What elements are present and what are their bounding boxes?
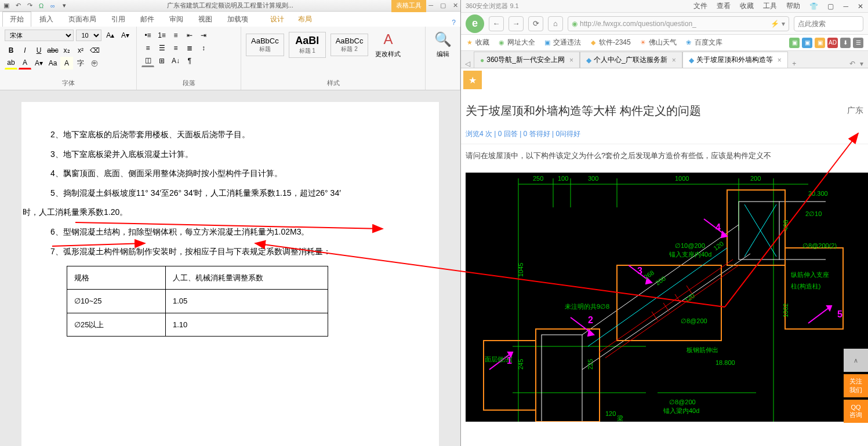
tab-close-icon[interactable]: × bbox=[569, 56, 573, 64]
show-marks-button[interactable]: ¶ bbox=[183, 54, 196, 67]
indent-button[interactable]: ⇥ bbox=[197, 29, 210, 42]
bookmark-item[interactable]: ❀百度文库 bbox=[685, 38, 722, 47]
browser-logo-icon[interactable]: e bbox=[466, 14, 484, 33]
redo-icon[interactable]: ↷ bbox=[26, 2, 34, 10]
undo-icon[interactable]: ↶ bbox=[14, 2, 22, 10]
infinity-icon[interactable]: ∞ bbox=[49, 2, 57, 10]
document-area[interactable]: 2、地下室底板的后浇带套用楼板、天面板后浇带子目。 3、地下室底板梁并入底板混凝… bbox=[0, 90, 460, 446]
minimize-icon[interactable]: ─ bbox=[428, 2, 433, 9]
ext-icon[interactable]: ▣ bbox=[815, 38, 825, 48]
scroll-top-button[interactable]: ∧ bbox=[844, 349, 868, 372]
change-styles-button[interactable]: A 更改样式 bbox=[373, 29, 403, 61]
ext-icon[interactable]: ⬇ bbox=[840, 38, 851, 48]
tab-tablelayout[interactable]: 布局 bbox=[291, 12, 319, 27]
char-shading-button[interactable]: A▾ bbox=[32, 57, 45, 70]
tab-references[interactable]: 引用 bbox=[104, 12, 132, 27]
ext-icon[interactable]: AD bbox=[827, 38, 838, 48]
new-tab-button[interactable]: + bbox=[788, 60, 801, 68]
outdent-button[interactable]: ⇤ bbox=[183, 29, 196, 42]
browser-tab[interactable]: ◆关于坡屋顶和外墙构造等× bbox=[682, 52, 788, 68]
tab-home[interactable]: 开始 bbox=[2, 12, 31, 27]
ext-icon[interactable]: ▣ bbox=[789, 38, 800, 48]
back-button[interactable]: ← bbox=[489, 16, 504, 31]
highlight-button[interactable]: ab bbox=[5, 57, 17, 70]
tab-addins[interactable]: 加载项 bbox=[220, 12, 255, 27]
browser-tab[interactable]: ●360导航_新一代安全上网× bbox=[474, 52, 580, 68]
enclose-button[interactable]: Aa bbox=[46, 57, 59, 70]
forward-button[interactable]: → bbox=[509, 16, 524, 31]
underline-button[interactable]: U bbox=[32, 44, 45, 57]
style-item[interactable]: AaBbCc标题 2 bbox=[331, 34, 369, 56]
char-border-button[interactable]: A bbox=[60, 57, 73, 70]
help-icon[interactable]: ? bbox=[452, 19, 456, 27]
style-item[interactable]: AaBl标题 1 bbox=[289, 32, 326, 58]
bookmark-item[interactable]: ▣交通违法 bbox=[543, 38, 581, 47]
menu-tools[interactable]: 工具 bbox=[763, 1, 777, 11]
ext-icon[interactable]: ☰ bbox=[853, 38, 863, 48]
subscript-button[interactable]: x₂ bbox=[60, 44, 73, 57]
align-right-button[interactable]: ≡ bbox=[169, 42, 182, 54]
lightning-icon[interactable]: ⚡ bbox=[771, 20, 779, 28]
close-icon[interactable]: ✕ bbox=[453, 2, 458, 9]
tab-layout[interactable]: 页面布局 bbox=[61, 12, 103, 27]
favorite-star-button[interactable]: ★ bbox=[463, 71, 482, 89]
menu-file[interactable]: 文件 bbox=[693, 1, 707, 11]
ext-icon[interactable]: ▣ bbox=[802, 38, 812, 48]
tab-review[interactable]: 审阅 bbox=[162, 12, 190, 27]
home-button[interactable]: ⌂ bbox=[548, 16, 563, 31]
menu-settings-icon[interactable]: ▢ bbox=[827, 2, 834, 10]
font-size-select[interactable]: 10 bbox=[76, 30, 101, 41]
line-spacing-button[interactable]: ↕ bbox=[197, 42, 210, 54]
tab-view[interactable]: 视图 bbox=[191, 12, 219, 27]
follow-us-button[interactable]: 关注 我们 bbox=[844, 374, 868, 397]
tab-close-icon[interactable]: × bbox=[778, 56, 782, 64]
align-center-button[interactable]: ☰ bbox=[155, 42, 168, 54]
tab-mail[interactable]: 邮件 bbox=[133, 12, 161, 27]
menu-view[interactable]: 查看 bbox=[717, 1, 731, 11]
tab-design[interactable]: 设计 bbox=[263, 12, 291, 27]
strikethrough-button[interactable]: abc bbox=[46, 44, 59, 57]
tab-prev-button[interactable]: ◁ bbox=[461, 60, 474, 68]
menu-max-icon[interactable]: ✕ bbox=[858, 2, 863, 10]
url-bar[interactable]: ◉ http://e.fwxgx.com/question/question_ … bbox=[568, 16, 789, 31]
shrink-font-icon[interactable]: A▾ bbox=[119, 29, 132, 42]
menu-help[interactable]: 帮助 bbox=[786, 1, 800, 11]
browser-tab[interactable]: ◆个人中心_广联达服务新× bbox=[580, 52, 682, 68]
numbering-button[interactable]: 1≡ bbox=[155, 29, 168, 42]
menu-skin-icon[interactable]: 👕 bbox=[809, 2, 818, 10]
editing-button[interactable]: 🔍 编辑 bbox=[430, 29, 455, 61]
menu-favorites[interactable]: 收藏 bbox=[740, 1, 754, 11]
url-dropdown-icon[interactable]: ▾ bbox=[782, 20, 785, 28]
align-left-button[interactable]: ≡ bbox=[141, 42, 154, 54]
italic-button[interactable]: I bbox=[19, 44, 31, 57]
search-input[interactable] bbox=[794, 16, 863, 31]
font-color-button[interactable]: A bbox=[19, 57, 31, 70]
tab-insert[interactable]: 插入 bbox=[32, 12, 60, 27]
tab-close-icon[interactable]: × bbox=[672, 56, 676, 64]
tab-menu-icon[interactable]: ▾ bbox=[860, 60, 863, 68]
bookmark-item[interactable]: ★收藏 bbox=[466, 38, 489, 47]
phonetic-button[interactable]: 字 bbox=[74, 57, 87, 70]
maximize-icon[interactable]: ▢ bbox=[440, 2, 446, 9]
bullets-button[interactable]: •≡ bbox=[141, 29, 154, 42]
justify-button[interactable]: ≣ bbox=[183, 42, 196, 54]
grow-font-icon[interactable]: A▴ bbox=[104, 29, 117, 42]
shading-button[interactable]: ◫ bbox=[141, 54, 154, 67]
qq-consult-button[interactable]: QQ 咨询 bbox=[844, 400, 868, 423]
bold-button[interactable]: B bbox=[5, 44, 17, 57]
bookmark-item[interactable]: ◆软件-2345 bbox=[589, 38, 631, 47]
font-name-select[interactable]: 宋体 bbox=[5, 30, 74, 41]
page-content[interactable]: 关于坡屋顶和外墙构造等大样 构件定义的问题 广东 浏览4 次 | 0 回答 | … bbox=[461, 92, 868, 446]
multilevel-button[interactable]: ≡ bbox=[169, 29, 182, 42]
clear-format-button[interactable]: ⌫ bbox=[88, 44, 101, 57]
bookmark-item[interactable]: ☀佛山天气 bbox=[639, 38, 677, 47]
bookmark-item[interactable]: ◉网址大全 bbox=[497, 38, 535, 47]
borders-button[interactable]: ⊞ bbox=[155, 54, 168, 67]
qat-dropdown-icon[interactable]: ▾ bbox=[60, 2, 68, 10]
superscript-button[interactable]: x² bbox=[74, 44, 87, 57]
circle-char-button[interactable]: ㊥ bbox=[88, 57, 101, 70]
reload-button[interactable]: ⟳ bbox=[528, 16, 543, 31]
menu-min-icon[interactable]: ─ bbox=[843, 2, 848, 10]
style-item[interactable]: AaBbCc标题 bbox=[246, 34, 284, 56]
sort-button[interactable]: A↓ bbox=[169, 54, 182, 67]
